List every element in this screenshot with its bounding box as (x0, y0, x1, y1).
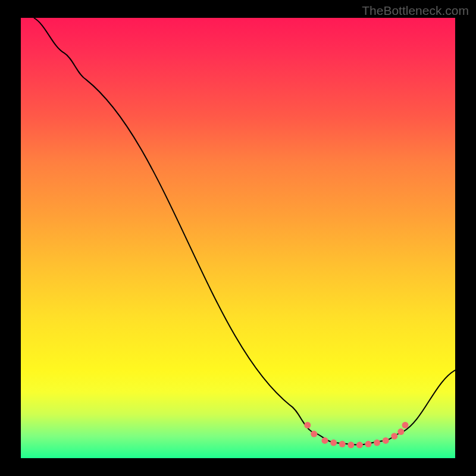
highlight-dot (347, 441, 354, 448)
highlight-dot (330, 440, 337, 446)
highlight-dot (356, 441, 363, 448)
highlight-dot (311, 431, 317, 437)
highlight-dot (322, 437, 328, 444)
chart-svg (21, 18, 455, 458)
highlight-dot (402, 422, 409, 428)
highlight-dot (304, 422, 311, 428)
highlight-dot (397, 428, 404, 435)
highlight-dot (374, 440, 380, 446)
highlight-dot (339, 441, 346, 447)
highlight-dot (383, 437, 389, 444)
watermark-text: TheBottleneck.com (362, 4, 469, 18)
highlight-dot (391, 433, 397, 440)
chart-plot-area (21, 18, 455, 458)
highlight-dot (365, 441, 372, 447)
curve-path (34, 18, 455, 445)
